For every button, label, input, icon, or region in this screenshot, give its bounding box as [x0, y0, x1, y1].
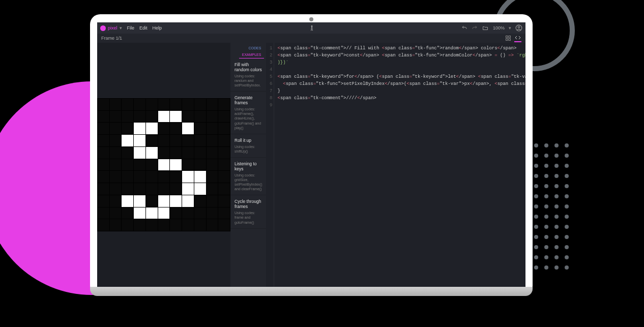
pixel-cell[interactable]	[158, 171, 170, 183]
pixel-cell[interactable]	[170, 159, 182, 171]
pixel-cell[interactable]	[194, 171, 206, 183]
example-item[interactable]: Listening to keysUsing codes: gridSize, …	[230, 158, 266, 195]
pixel-cell[interactable]	[207, 147, 218, 159]
pixel-cell[interactable]	[170, 207, 182, 219]
pixel-cell[interactable]	[122, 183, 133, 195]
example-item[interactable]: Fill with random colorsUsing codes: rand…	[230, 58, 266, 92]
tab-codes[interactable]: CODES	[246, 45, 265, 51]
pixel-cell[interactable]	[218, 99, 230, 110]
pixel-cell[interactable]	[182, 183, 194, 195]
pixel-cell[interactable]	[158, 219, 170, 231]
pixel-cell[interactable]	[146, 135, 158, 146]
pixel-cell[interactable]	[98, 147, 109, 159]
pixel-cell[interactable]	[158, 147, 170, 159]
pixel-cell[interactable]	[194, 219, 206, 231]
pixel-cell[interactable]	[182, 207, 194, 219]
code-view-icon[interactable]	[514, 35, 521, 42]
pixel-cell[interactable]	[207, 207, 218, 219]
pixel-cell[interactable]	[122, 171, 133, 183]
pixel-cell[interactable]	[146, 183, 158, 195]
pixel-cell[interactable]	[134, 171, 145, 183]
pixel-cell[interactable]	[170, 195, 182, 207]
pixel-cell[interactable]	[134, 123, 145, 134]
pixel-cell[interactable]	[158, 99, 170, 110]
pixel-cell[interactable]	[218, 135, 230, 146]
pixel-cell[interactable]	[134, 159, 145, 171]
pixel-cell[interactable]	[182, 171, 194, 183]
logo[interactable]: pixel ▾	[100, 25, 122, 31]
pixel-cell[interactable]	[134, 135, 145, 146]
pixel-cell[interactable]	[98, 135, 109, 146]
pixel-cell[interactable]	[194, 135, 206, 146]
pixel-cell[interactable]	[98, 99, 109, 110]
pixel-cell[interactable]	[207, 183, 218, 195]
pixel-cell[interactable]	[122, 123, 133, 134]
example-item[interactable]: Roll it upUsing codes: shiftUp()	[230, 134, 266, 158]
pixel-cell[interactable]	[122, 207, 133, 219]
pixel-cell[interactable]	[207, 159, 218, 171]
pixel-cell[interactable]	[194, 111, 206, 123]
pixel-cell[interactable]	[110, 111, 122, 123]
chevron-down-icon[interactable]: ▾	[509, 25, 511, 31]
pixel-cell[interactable]	[194, 207, 206, 219]
pixel-cell[interactable]	[218, 183, 230, 195]
pixel-cell[interactable]	[207, 171, 218, 183]
pixel-cell[interactable]	[110, 135, 122, 146]
pixel-cell[interactable]	[122, 147, 133, 159]
pixel-cell[interactable]	[146, 219, 158, 231]
pixel-cell[interactable]	[182, 135, 194, 146]
pixel-cell[interactable]	[207, 123, 218, 134]
pixel-cell[interactable]	[194, 195, 206, 207]
pixel-cell[interactable]	[98, 111, 109, 123]
pixel-cell[interactable]	[122, 219, 133, 231]
pixel-cell[interactable]	[170, 183, 182, 195]
menu-help[interactable]: Help	[153, 25, 162, 31]
menu-file[interactable]: File	[127, 25, 135, 31]
pixel-cell[interactable]	[194, 99, 206, 110]
pixel-cell[interactable]	[122, 195, 133, 207]
code-editor[interactable]: 123456789 <span class="tk-comment">// Fi…	[266, 43, 525, 287]
pixel-cell[interactable]	[218, 219, 230, 231]
pixel-cell[interactable]	[158, 123, 170, 134]
pixel-cell[interactable]	[158, 195, 170, 207]
user-icon[interactable]	[515, 24, 522, 32]
pixel-cell[interactable]	[194, 159, 206, 171]
menu-edit[interactable]: Edit	[139, 25, 148, 31]
pixel-cell[interactable]	[182, 147, 194, 159]
pixel-cell[interactable]	[170, 219, 182, 231]
pixel-cell[interactable]	[218, 207, 230, 219]
pixel-cell[interactable]	[134, 207, 145, 219]
pixel-cell[interactable]	[146, 171, 158, 183]
pixel-cell[interactable]	[134, 183, 145, 195]
pixel-cell[interactable]	[110, 183, 122, 195]
pixel-cell[interactable]	[146, 99, 158, 110]
pixel-cell[interactable]	[158, 111, 170, 123]
pixel-cell[interactable]	[146, 123, 158, 134]
pixel-cell[interactable]	[98, 159, 109, 171]
pixel-cell[interactable]	[207, 219, 218, 231]
pixel-cell[interactable]	[182, 99, 194, 110]
pixel-cell[interactable]	[134, 195, 145, 207]
pixel-cell[interactable]	[218, 111, 230, 123]
pixel-cell[interactable]	[207, 135, 218, 146]
pixel-cell[interactable]	[98, 123, 109, 134]
pixel-cell[interactable]	[194, 183, 206, 195]
pixel-cell[interactable]	[182, 123, 194, 134]
pixel-cell[interactable]	[110, 123, 122, 134]
pixel-cell[interactable]	[146, 147, 158, 159]
folder-icon[interactable]	[482, 25, 489, 31]
pixel-cell[interactable]	[207, 195, 218, 207]
pixel-cell[interactable]	[170, 123, 182, 134]
pixel-cell[interactable]	[170, 99, 182, 110]
pixel-cell[interactable]	[158, 207, 170, 219]
pixel-cell[interactable]	[122, 159, 133, 171]
pixel-cell[interactable]	[110, 147, 122, 159]
pixel-cell[interactable]	[134, 219, 145, 231]
pixel-cell[interactable]	[182, 195, 194, 207]
pixel-cell[interactable]	[98, 171, 109, 183]
pixel-cell[interactable]	[158, 135, 170, 146]
pixel-cell[interactable]	[110, 159, 122, 171]
pixel-cell[interactable]	[146, 195, 158, 207]
pixel-cell[interactable]	[134, 99, 145, 110]
pixel-cell[interactable]	[170, 135, 182, 146]
